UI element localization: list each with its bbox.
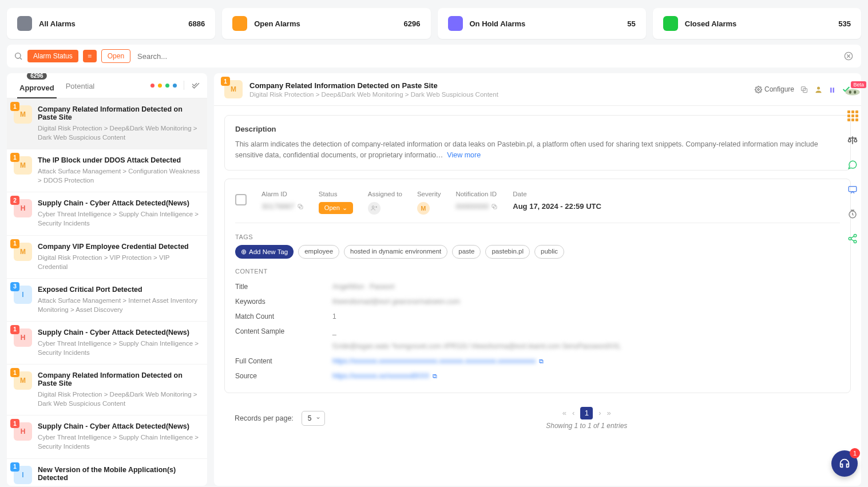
alarm-severity-indicator: 1M bbox=[14, 243, 32, 271]
content-key: Content Sample bbox=[235, 327, 332, 335]
tab-potential[interactable]: Potential bbox=[60, 75, 101, 96]
summary-open-alarms[interactable]: Open Alarms 6296 bbox=[222, 8, 430, 39]
pager-first-icon[interactable]: « bbox=[562, 409, 566, 417]
pager-last-icon[interactable]: » bbox=[607, 409, 611, 417]
assign-icon[interactable] bbox=[814, 85, 823, 94]
list-item[interactable]: 1MCompany VIP Employee Credential Detect… bbox=[7, 236, 207, 279]
plus-icon: ⊕ bbox=[241, 248, 247, 256]
tag[interactable]: public bbox=[534, 245, 564, 259]
clock-icon[interactable] bbox=[847, 207, 858, 219]
filter-chip-operator[interactable]: = bbox=[83, 50, 97, 62]
svg-rect-21 bbox=[849, 186, 857, 191]
count-badge: 1 bbox=[10, 325, 19, 334]
pause-icon[interactable] bbox=[829, 85, 836, 93]
pager-prev-icon[interactable]: ‹ bbox=[572, 409, 574, 417]
status-value: Open bbox=[324, 204, 340, 211]
chat-icon[interactable] bbox=[847, 183, 858, 195]
tag[interactable]: employee bbox=[298, 245, 339, 259]
tab-approved[interactable]: 6296 Approved bbox=[14, 73, 60, 98]
records-per-page-select[interactable]: 5 bbox=[302, 411, 325, 426]
severity-dot-icon[interactable] bbox=[150, 84, 154, 88]
content-key: Source bbox=[235, 372, 332, 380]
view-more-link[interactable]: View more bbox=[447, 151, 481, 159]
svg-point-18 bbox=[845, 89, 859, 96]
severity-dot-icon[interactable] bbox=[173, 84, 177, 88]
summary-onhold-alarms[interactable]: On Hold Alarms 55 bbox=[438, 8, 646, 39]
assignee-avatar[interactable] bbox=[368, 202, 381, 215]
alarm-title: New Version of the Mobile Application(s)… bbox=[38, 466, 200, 482]
alarm-path: Cyber Threat Intelligence > Supply Chain… bbox=[38, 339, 200, 357]
list-item[interactable]: 1HSupply Chain - Cyber Attack Detected(N… bbox=[7, 322, 207, 365]
alarm-path: Digital Risk Protection > VIP Protection… bbox=[38, 253, 200, 271]
gear-icon bbox=[755, 86, 762, 93]
add-tag-button[interactable]: ⊕ Add New Tag bbox=[235, 245, 294, 259]
select-all-icon[interactable] bbox=[191, 81, 200, 90]
summary-closed-alarms[interactable]: Closed Alarms 535 bbox=[653, 8, 861, 39]
content-link[interactable]: https://xxxxxxx.xxxxxxxxxxxxxxxxx.xxxxxx… bbox=[332, 357, 536, 365]
pager-current[interactable]: 1 bbox=[580, 407, 593, 419]
summary-title: Open Alarms bbox=[254, 19, 300, 28]
content-value: 1 bbox=[332, 312, 336, 320]
count-badge: 1 bbox=[10, 368, 19, 377]
records-label: Records per page: bbox=[235, 414, 294, 422]
headset-icon bbox=[838, 457, 851, 470]
severity-dot-icon[interactable] bbox=[158, 84, 162, 88]
search-icon[interactable] bbox=[14, 52, 23, 61]
apps-grid-icon[interactable] bbox=[847, 110, 858, 121]
copy-icon[interactable] bbox=[491, 203, 498, 211]
alarm-path: Attack Surface Management > Configuratio… bbox=[38, 167, 200, 185]
count-badge: 1 bbox=[221, 77, 230, 86]
tag[interactable]: paste bbox=[452, 245, 481, 259]
beta-badge: Beta bbox=[851, 81, 866, 88]
list-item[interactable]: 3IExposed Critical Port DetectedAttack S… bbox=[7, 279, 207, 322]
list-item[interactable]: 1MThe IP Block under DDOS Attack Detecte… bbox=[7, 149, 207, 192]
tag[interactable]: hosted in dynamic environment bbox=[344, 245, 447, 259]
summary-all-alarms[interactable]: All Alarms 6886 bbox=[7, 8, 215, 39]
tag[interactable]: pastebin.pl bbox=[485, 245, 530, 259]
list-item[interactable]: 2HSupply Chain - Cyber Attack Detected(N… bbox=[7, 192, 207, 235]
summary-count: 535 bbox=[838, 19, 851, 28]
severity-value: M bbox=[417, 202, 430, 215]
tab-label: Approved bbox=[19, 84, 54, 92]
alarm-title: Company Related Information Detected on … bbox=[38, 105, 200, 121]
list-item[interactable]: 1HSupply Chain - Cyber Attack Detected(N… bbox=[7, 415, 207, 458]
detail-breadcrumb: Digital Risk Protection > Deep&Dark Web … bbox=[249, 91, 498, 98]
copy-all-icon[interactable] bbox=[800, 85, 808, 94]
list-item[interactable]: 1INew Version of the Mobile Application(… bbox=[7, 459, 207, 486]
select-checkbox[interactable] bbox=[235, 194, 247, 205]
external-link-icon[interactable]: ⧉ bbox=[539, 358, 544, 365]
list-item[interactable]: 1MCompany Related Information Detected o… bbox=[7, 98, 207, 149]
external-link-icon[interactable]: ⧉ bbox=[433, 373, 437, 379]
search-input[interactable] bbox=[135, 50, 854, 63]
count-badge: 1 bbox=[10, 419, 19, 428]
share-icon[interactable] bbox=[847, 232, 858, 244]
alarm-id-value: 30178867 bbox=[261, 202, 304, 211]
count-badge: 1 bbox=[10, 153, 19, 162]
message-icon[interactable] bbox=[847, 158, 858, 170]
scale-icon[interactable] bbox=[847, 133, 858, 145]
date-value: Aug 17, 2024 - 22:59 UTC bbox=[513, 202, 601, 211]
assigned-label: Assigned to bbox=[368, 191, 402, 197]
filter-chip-status[interactable]: Alarm Status bbox=[27, 50, 78, 62]
severity-dot-icon[interactable] bbox=[165, 84, 169, 88]
status-dropdown[interactable]: Open ⌄ bbox=[319, 202, 353, 214]
alarm-severity-indicator: 1I bbox=[14, 466, 32, 486]
chat-support-button[interactable]: 1 bbox=[831, 450, 858, 477]
alarm-detail-panel: 1 M Company Related Information Detected… bbox=[214, 73, 861, 486]
clear-filter-icon[interactable] bbox=[844, 52, 853, 61]
count-badge: 3 bbox=[10, 282, 19, 291]
pager: « ‹ 1 › » bbox=[562, 407, 611, 419]
filter-chip-value[interactable]: Open bbox=[101, 49, 130, 63]
list-item[interactable]: 1MCompany Related Information Detected o… bbox=[7, 365, 207, 415]
pager-next-icon[interactable]: › bbox=[599, 409, 601, 417]
alarm-list-panel: 6296 Approved Potential 1MCompan bbox=[7, 73, 207, 486]
alarm-title: Supply Chain - Cyber Attack Detected(New… bbox=[38, 422, 200, 430]
copy-icon[interactable] bbox=[297, 203, 304, 211]
summary-square-icon bbox=[448, 16, 463, 31]
configure-button[interactable]: Configure bbox=[755, 85, 794, 93]
summary-title: All Alarms bbox=[39, 19, 76, 28]
count-badge: 1 bbox=[10, 462, 19, 472]
content-link[interactable]: https://xxxxxxx.xx/xxxxxxx8XXX bbox=[332, 372, 429, 380]
ai-assist-icon[interactable]: Beta bbox=[845, 86, 861, 98]
add-tag-label: Add New Tag bbox=[249, 248, 288, 255]
